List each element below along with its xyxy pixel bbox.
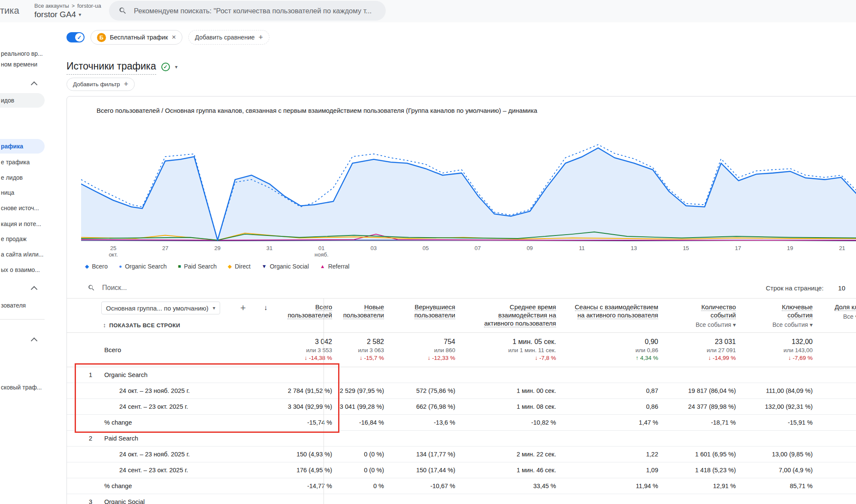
chevron-up-icon[interactable]	[31, 81, 38, 88]
column-header[interactable]: КлючевыесобытияВсе события ▾	[740, 299, 817, 332]
sidebar-item[interactable]: идов	[0, 93, 45, 108]
sidebar-item[interactable]: ном времени	[0, 60, 37, 69]
chevron-up-icon[interactable]	[31, 286, 38, 293]
x-axis-tick-label: 11	[565, 245, 599, 251]
sidebar-item[interactable]: е продаж	[0, 234, 27, 244]
x-axis-tick-label: 09	[513, 245, 547, 251]
page-title[interactable]: Источники трафика	[67, 60, 156, 75]
legend-item[interactable]: ◆Direct	[228, 263, 251, 270]
sidebar-item[interactable]: зователя	[0, 301, 26, 310]
rows-per-page-label: Строк на странице:	[766, 284, 824, 292]
table-row-channel: 2Paid Search	[67, 431, 856, 447]
sidebar-item[interactable]: е трафика	[0, 157, 30, 167]
report-title-row: Источники трафика ✓ ▾	[67, 60, 178, 75]
sidebar-item[interactable]: сковый траф...	[0, 383, 42, 392]
column-header[interactable]: Доля клВсе ▾	[817, 299, 856, 332]
events-filter-dropdown[interactable]: Все события ▾	[662, 321, 736, 329]
row-number: 1	[89, 371, 95, 378]
row-label: 24 окт. – 23 нояб. 2025 г.	[67, 383, 257, 398]
sort-descending-icon[interactable]: ↓	[264, 304, 268, 312]
sidebar-item[interactable]: ых о взаимо...	[0, 265, 40, 275]
column-header[interactable]: КоличествособытийВсе события ▾	[662, 299, 740, 332]
table-row-channel: 3Organic Social	[67, 494, 856, 504]
metric-cell: 0 (0 %)	[336, 462, 388, 478]
table-row-daterange: 24 сент. – 23 окт. 2025 г.3 304 (92,99 %…	[67, 399, 856, 415]
events-filter-dropdown[interactable]: Все ▾	[817, 313, 856, 321]
add-comparison-button[interactable]: Добавить сравнение +	[188, 30, 269, 45]
totals-metric-cell: 3 042или 3 553↓ -14,38 %	[257, 333, 336, 367]
chart-legend: ◆Всего●Organic Search■Paid Search◆Direct…	[85, 263, 349, 270]
add-filter-button[interactable]: Добавить фильтр +	[67, 78, 135, 91]
report-nav-sidebar: реального вр... ном времени идов рафика …	[0, 22, 45, 504]
metric-cell: 11,94 %	[560, 478, 662, 494]
report-card: Всего пользователей / Основная группа ка…	[67, 96, 856, 504]
comparison-badge: Б	[97, 33, 106, 42]
sidebar-item[interactable]: е лидов	[0, 173, 23, 182]
sidebar-item[interactable]: ница	[0, 188, 14, 197]
column-header[interactable]: Вернувшиесяпользователи	[388, 299, 460, 332]
table-search-input[interactable]: Поиск...	[102, 284, 127, 292]
sidebar-item[interactable]: реального вр...	[0, 49, 43, 58]
metric-cell: -16,84 %	[336, 415, 388, 430]
metric-cell: 33,45 %	[460, 478, 560, 494]
sidebar-item[interactable]: а сайта и/или...	[0, 250, 43, 259]
channel-name: Organic Search	[104, 371, 148, 378]
metric-cell: 24 377 (89,98 %)	[662, 399, 740, 414]
metric-cell: 1 601 (6,95 %)	[662, 447, 740, 462]
totals-metric-cell: 0,90или 0,86↑ 4,34 %	[560, 333, 662, 367]
chevron-down-icon[interactable]: ▾	[175, 64, 178, 70]
show-all-rows-button[interactable]: ↕ ПОКАЗАТЬ ВСЕ СТРОКИ	[103, 322, 180, 329]
metric-cell: 1 418 (5,23 %)	[662, 462, 740, 478]
legend-item[interactable]: ▼Organic Social	[262, 263, 309, 270]
metric-cell: -10,82 %	[460, 415, 560, 430]
property-switcher[interactable]: forstor GA4 ▾	[34, 10, 81, 19]
sidebar-item[interactable]: кация и поте...	[0, 219, 41, 229]
chevron-down-icon: ▾	[213, 305, 215, 311]
x-axis-tick-label: 19	[773, 245, 807, 251]
metric-cell: 85,71 %	[740, 478, 817, 494]
legend-marker-icon: ◆	[85, 264, 89, 269]
x-axis-tick-label: 15	[669, 245, 703, 251]
toggle-check-icon: ✓	[75, 33, 84, 42]
events-filter-dropdown[interactable]: Все события ▾	[740, 321, 813, 329]
legend-item[interactable]: ■Paid Search	[178, 263, 217, 270]
legend-marker-icon: ■	[178, 264, 181, 269]
report-valid-check-icon: ✓	[161, 63, 170, 71]
ga4-analytics-app: { "colors":{ "accent":"#1a73e8", "negati…	[0, 0, 856, 504]
property-name: forstor GA4	[34, 10, 76, 19]
breadcrumb-all-accounts[interactable]: Все аккаунты	[34, 3, 69, 9]
column-header[interactable]: Новыепользователи	[336, 299, 388, 332]
sidebar-item[interactable]: снове источ...	[0, 203, 39, 213]
rows-per-page-value[interactable]: 10	[838, 284, 845, 292]
add-dimension-button[interactable]: +	[240, 302, 246, 314]
metric-cell: 2 мин. 22 сек.	[460, 447, 560, 462]
breadcrumb-separator-icon: >	[72, 3, 75, 9]
legend-item[interactable]: ▲Referral	[320, 263, 350, 270]
row-label: % change	[67, 478, 257, 494]
metric-cell: 662 (76,98 %)	[388, 399, 460, 414]
metric-cell: 0,87	[560, 383, 662, 398]
table-row-daterange: 24 окт. – 23 нояб. 2025 г.150 (4,93 %)0 …	[67, 447, 856, 462]
legend-item[interactable]: ●Organic Search	[119, 263, 167, 270]
column-header[interactable]: Среднее времявзаимодействия наактивного …	[460, 299, 560, 332]
legend-label: Всего	[92, 263, 108, 270]
breadcrumb-property[interactable]: forstor-ua	[77, 3, 101, 9]
column-header[interactable]: Сеансы с взаимодействиемна активного пол…	[560, 299, 662, 332]
comparison-chip-free-traffic[interactable]: Б Бесплатный трафик ×	[91, 30, 182, 45]
chevron-up-icon[interactable]	[31, 338, 38, 344]
analytics-logo-fragment: тика	[0, 5, 19, 16]
global-search-bar[interactable]: Рекомендуем поискать: "Рост количества п…	[109, 1, 386, 21]
dimension-selector-dropdown[interactable]: Основная группа... по умолчанию) ▾	[101, 302, 220, 314]
column-header[interactable]: Всегопользователей	[257, 299, 336, 332]
row-number: 2	[89, 435, 95, 442]
plus-icon: +	[124, 80, 129, 89]
row-label: 24 окт. – 23 нояб. 2025 г.	[67, 447, 257, 462]
legend-marker-icon: ▼	[262, 264, 267, 269]
close-icon[interactable]: ×	[172, 33, 176, 42]
metric-cell: 13,00 (9,85 %)	[740, 447, 817, 462]
row-label: 24 сент. – 23 окт. 2025 г.	[67, 462, 257, 478]
legend-item[interactable]: ◆Всего	[85, 263, 108, 270]
metric-cell: 0 %	[336, 478, 388, 494]
sidebar-item-selected[interactable]: рафика	[0, 139, 45, 154]
comparison-toggle[interactable]: ✓	[67, 32, 85, 42]
